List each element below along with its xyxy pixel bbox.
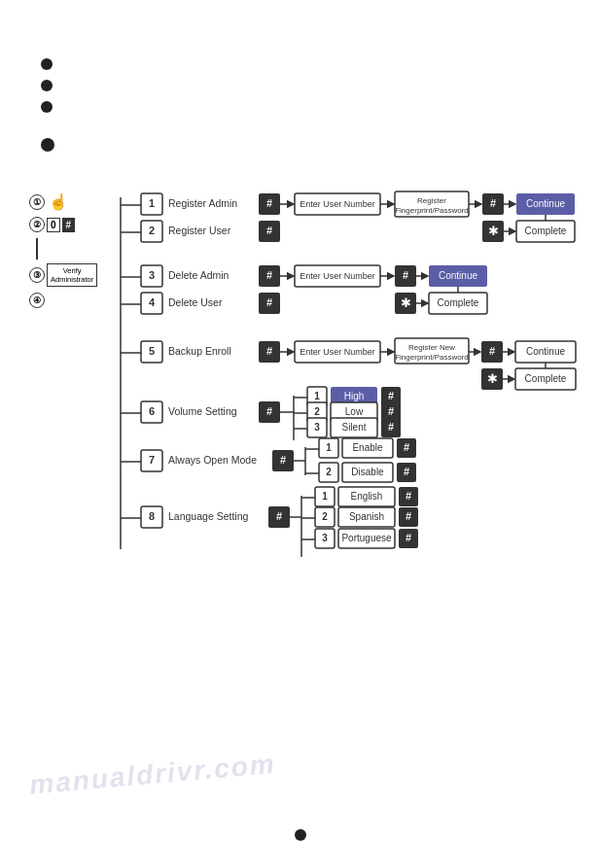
bullet-3 <box>41 101 53 113</box>
svg-text:Enable: Enable <box>352 442 383 453</box>
svg-text:#: # <box>280 454 286 466</box>
svg-text:✱: ✱ <box>401 295 411 310</box>
svg-text:Delete Admin: Delete Admin <box>168 269 229 281</box>
svg-text:Fingerprint/Password: Fingerprint/Password <box>395 353 469 362</box>
svg-text:2: 2 <box>314 406 320 417</box>
connector-line <box>36 238 38 260</box>
svg-text:#: # <box>490 197 496 209</box>
svg-text:#: # <box>388 421 394 433</box>
svg-text:Continue: Continue <box>526 346 565 357</box>
step-4-circle: ④ <box>29 293 45 308</box>
main-diagram: 1 Register Admin # Enter User Number Reg… <box>78 180 593 598</box>
svg-text:Always Open Mode: Always Open Mode <box>168 454 257 466</box>
svg-text:#: # <box>388 390 394 401</box>
svg-text:Register Admin: Register Admin <box>168 197 237 209</box>
svg-text:3: 3 <box>322 533 328 543</box>
svg-text:#: # <box>404 466 409 477</box>
svg-text:#: # <box>403 269 408 281</box>
zero-box: 0 <box>47 218 60 232</box>
svg-text:Complete: Complete <box>525 226 567 236</box>
svg-text:#: # <box>406 490 411 502</box>
svg-text:Continue: Continue <box>439 270 477 281</box>
svg-text:1: 1 <box>322 491 328 502</box>
svg-text:#: # <box>388 405 394 417</box>
svg-text:#: # <box>266 345 272 357</box>
svg-text:7: 7 <box>149 454 155 466</box>
svg-text:Register User: Register User <box>168 225 231 236</box>
svg-text:6: 6 <box>149 405 155 417</box>
top-bullets <box>41 58 54 152</box>
svg-text:3: 3 <box>149 269 155 281</box>
svg-text:#: # <box>406 532 411 543</box>
svg-text:1: 1 <box>326 442 332 453</box>
svg-text:Complete: Complete <box>525 373 567 384</box>
svg-text:Enter User Number: Enter User Number <box>300 199 375 209</box>
svg-text:#: # <box>406 510 411 522</box>
svg-text:#: # <box>266 405 272 417</box>
svg-text:#: # <box>489 345 495 357</box>
svg-text:8: 8 <box>149 510 155 522</box>
svg-text:#: # <box>266 296 272 308</box>
svg-text:✱: ✱ <box>487 371 498 386</box>
svg-text:#: # <box>266 197 272 209</box>
svg-text:High: High <box>344 391 365 401</box>
svg-text:Portuguese: Portuguese <box>341 533 392 543</box>
svg-text:#: # <box>266 269 272 281</box>
svg-text:Backup Enroll: Backup Enroll <box>168 345 231 357</box>
bullet-4 <box>41 138 54 152</box>
hash-box-sidebar: # <box>62 218 76 232</box>
svg-text:English: English <box>351 491 383 502</box>
bullet-1 <box>41 58 53 70</box>
watermark: manualdrivr.com <box>28 748 277 801</box>
verify-admin-box: VerifyAdministrator <box>47 263 97 287</box>
svg-text:Enter User Number: Enter User Number <box>300 271 375 281</box>
svg-text:Delete User: Delete User <box>168 296 223 308</box>
svg-text:Complete: Complete <box>438 297 479 308</box>
svg-text:Low: Low <box>345 406 364 417</box>
svg-text:1: 1 <box>149 197 155 209</box>
svg-text:Register New: Register New <box>408 343 455 352</box>
step-1-circle: ① <box>29 194 45 210</box>
svg-text:4: 4 <box>149 296 156 308</box>
sidebar-steps: ① ☝ ② 0 # ③ VerifyAdministrator ④ <box>29 192 97 308</box>
svg-text:Volume Setting: Volume Setting <box>168 405 237 417</box>
svg-text:3: 3 <box>314 422 320 433</box>
svg-text:Spanish: Spanish <box>349 511 384 522</box>
step-3-circle: ③ <box>29 267 45 283</box>
svg-text:Enter User Number: Enter User Number <box>300 347 375 357</box>
svg-text:Disable: Disable <box>351 467 384 477</box>
svg-text:Register: Register <box>417 196 446 205</box>
bottom-bullet <box>295 829 306 841</box>
svg-text:2: 2 <box>149 225 155 236</box>
svg-text:5: 5 <box>149 345 155 357</box>
svg-text:✱: ✱ <box>488 224 499 238</box>
svg-text:Fingerprint/Password: Fingerprint/Password <box>395 206 469 215</box>
step-2-circle: ② <box>29 217 45 232</box>
svg-text:Silent: Silent <box>341 422 366 433</box>
svg-text:2: 2 <box>326 467 332 477</box>
svg-text:Continue: Continue <box>526 198 565 209</box>
hand-icon: ☝ <box>49 192 68 211</box>
svg-text:#: # <box>404 441 409 453</box>
svg-text:2: 2 <box>322 511 328 522</box>
bullet-2 <box>41 80 53 91</box>
svg-text:Language Setting: Language Setting <box>168 510 248 522</box>
svg-text:1: 1 <box>314 391 320 401</box>
svg-text:#: # <box>276 510 282 522</box>
svg-text:#: # <box>266 225 272 236</box>
